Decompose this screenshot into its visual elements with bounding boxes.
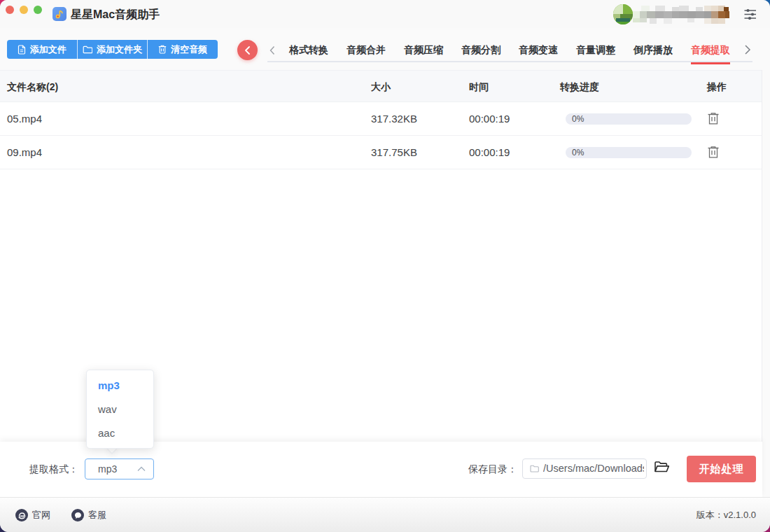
mosaic-cell (633, 11, 640, 18)
mosaic-cell (696, 7, 703, 11)
official-website-label: 官网 (32, 509, 50, 522)
avatar (613, 4, 633, 24)
chevron-right-icon (744, 44, 751, 55)
progress-label: 0% (566, 147, 692, 158)
avatar-pixel (616, 22, 630, 24)
folder-small-icon (530, 465, 539, 472)
format-dropdown-menu: mp3wavaac (86, 370, 154, 449)
close-window-button[interactable] (6, 6, 14, 14)
tab-4[interactable]: 音频变速 (519, 38, 558, 62)
progress-bar: 0% (566, 113, 692, 125)
dropdown-option-mp3[interactable]: mp3 (87, 374, 153, 398)
add-folder-icon (83, 46, 92, 54)
mosaic-cell (711, 11, 718, 18)
settings-sliders-icon[interactable] (744, 8, 757, 20)
chevron-up-icon (137, 466, 146, 472)
toolbar-button-2[interactable]: 清空音频 (147, 40, 218, 59)
mosaic-cell (655, 11, 664, 18)
save-directory-label: 保存目录： (468, 442, 517, 497)
mosaic-cell (679, 11, 687, 18)
mosaic-cell (633, 18, 640, 22)
mosaic-cell (640, 11, 647, 18)
mosaic-cell (696, 11, 704, 18)
dropdown-option-wav[interactable]: wav (87, 398, 153, 421)
delete-row-button[interactable] (706, 146, 720, 160)
tab-3[interactable]: 音频分割 (461, 38, 500, 62)
website-icon (15, 509, 28, 522)
app-title: 星星Mac音频助手 (71, 0, 160, 28)
save-directory-input[interactable]: /Users/mac/Downloads (522, 458, 647, 479)
column-header-operation: 操作 (707, 71, 727, 103)
user-account-blurred[interactable] (613, 4, 729, 25)
clear-audio-icon (158, 45, 167, 54)
format-select-value: mp3 (98, 459, 117, 479)
globe-e-icon (18, 512, 26, 519)
mosaic-cell (655, 6, 665, 11)
tabs-scroll-right-icon[interactable] (744, 44, 751, 55)
mosaic-cell (725, 11, 729, 18)
tab-0[interactable]: 格式转换 (289, 38, 328, 62)
mosaic-cell (718, 18, 725, 24)
chevron-left-icon (269, 46, 276, 55)
start-processing-button[interactable]: 开始处理 (687, 456, 756, 482)
format-select[interactable]: mp3 (85, 458, 154, 479)
footer: 官网 客服 版本：v2.1.0.0 (0, 497, 770, 532)
add-file-icon (18, 45, 26, 55)
tab-7[interactable]: 音频提取 (691, 38, 730, 62)
minimize-window-button[interactable] (20, 6, 28, 14)
mosaic-cell (641, 6, 650, 11)
toolbar-button-1[interactable]: 添加文件夹 (77, 40, 148, 59)
toolbar-button-0[interactable]: 添加文件 (7, 40, 77, 59)
browse-folder-button[interactable] (653, 461, 670, 476)
music-note-icon (52, 7, 66, 21)
mosaic-cell (640, 18, 647, 22)
tab-2[interactable]: 音频压缩 (404, 38, 443, 62)
cell-file-time: 00:00:19 (469, 102, 510, 136)
official-website-link[interactable]: 官网 (15, 498, 50, 532)
cell-file-name: 09.mp4 (7, 136, 42, 169)
save-directory-value: /Users/mac/Downloads (543, 459, 644, 478)
tab-bar: 格式转换音频合并音频压缩音频分割音频变速音量调整倒序播放音频提取 (267, 38, 752, 62)
toolbar-button-label: 清空音频 (171, 43, 207, 56)
title-bar: 星星Mac音频助手 (0, 0, 770, 28)
table-row-1: 09.mp4317.75KB00:00:190% (0, 136, 762, 169)
table-header: 文件名称(2) 大小 时间 转换进度 操作 (0, 70, 762, 102)
progress-bar: 0% (566, 147, 692, 158)
customer-service-label: 客服 (88, 509, 106, 522)
avatar-pixel (613, 4, 623, 14)
extract-format-label: 提取格式： (29, 442, 78, 497)
app-window: 星星Mac音频助手 添加文件添加文件夹清空音频 (0, 0, 770, 532)
sliders-icon (744, 8, 757, 20)
mosaic-cell (718, 11, 725, 18)
back-chevron-icon (244, 46, 251, 55)
mosaic-cell (664, 11, 672, 18)
tab-5[interactable]: 音量调整 (576, 38, 615, 62)
folder-open-icon (654, 461, 670, 474)
mosaic-cell (664, 18, 672, 24)
back-button[interactable] (237, 40, 258, 60)
progress-label: 0% (566, 113, 692, 125)
customer-service-link[interactable]: 客服 (71, 498, 106, 532)
cell-file-size: 317.75KB (371, 136, 417, 169)
table-row-0: 05.mp4317.32KB00:00:190% (0, 102, 762, 136)
toolbar-button-label: 添加文件夹 (97, 43, 142, 56)
column-header-size: 大小 (371, 71, 391, 103)
toolbar-button-group: 添加文件添加文件夹清空音频 (7, 40, 218, 59)
tabs-scroll-left-icon[interactable] (269, 46, 276, 55)
mosaic-cell (724, 7, 729, 11)
mosaic-cell (704, 11, 711, 18)
app-logo-icon (52, 7, 66, 21)
column-header-time: 时间 (469, 71, 489, 103)
tab-6[interactable]: 倒序播放 (634, 38, 673, 62)
tab-1[interactable]: 音频合并 (346, 38, 386, 62)
dropdown-option-aac[interactable]: aac (87, 421, 153, 445)
delete-row-button[interactable] (706, 112, 720, 126)
mosaic-cell (679, 6, 689, 11)
column-header-name: 文件名称(2) (7, 71, 58, 103)
mosaic-cell (647, 11, 655, 18)
mosaic-cell (650, 18, 657, 24)
cell-file-size: 317.32KB (371, 102, 417, 136)
column-header-progress: 转换进度 (560, 71, 599, 103)
maximize-window-button[interactable] (34, 6, 42, 14)
cell-file-time: 00:00:19 (469, 136, 510, 169)
